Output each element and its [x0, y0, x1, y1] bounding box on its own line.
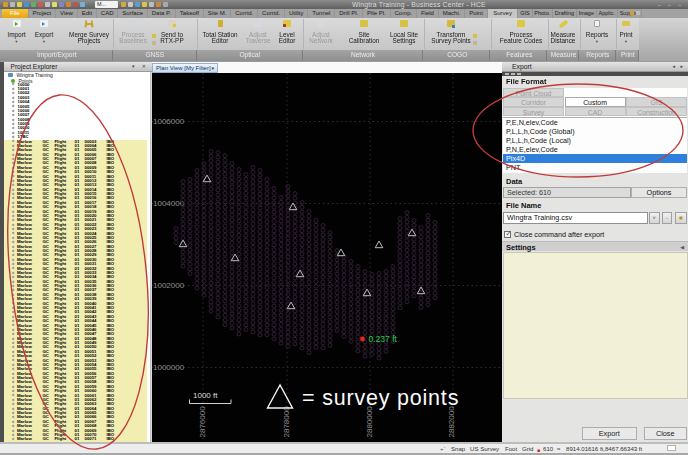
svg-text:2880000: 2880000 [365, 405, 374, 437]
svg-text:1002000: 1002000 [153, 281, 185, 290]
svg-text:1006000: 1006000 [153, 117, 185, 126]
svg-text:= survey points: = survey points [302, 386, 459, 410]
svg-text:1004000: 1004000 [153, 199, 185, 208]
svg-text:1000 ft: 1000 ft [193, 390, 218, 399]
svg-text:2882000: 2882000 [447, 405, 456, 437]
svg-text:2878000: 2878000 [282, 405, 291, 437]
svg-text:2876000: 2876000 [198, 405, 207, 437]
svg-text:0.237 ft: 0.237 ft [369, 333, 398, 343]
svg-text:1000000: 1000000 [153, 363, 185, 372]
